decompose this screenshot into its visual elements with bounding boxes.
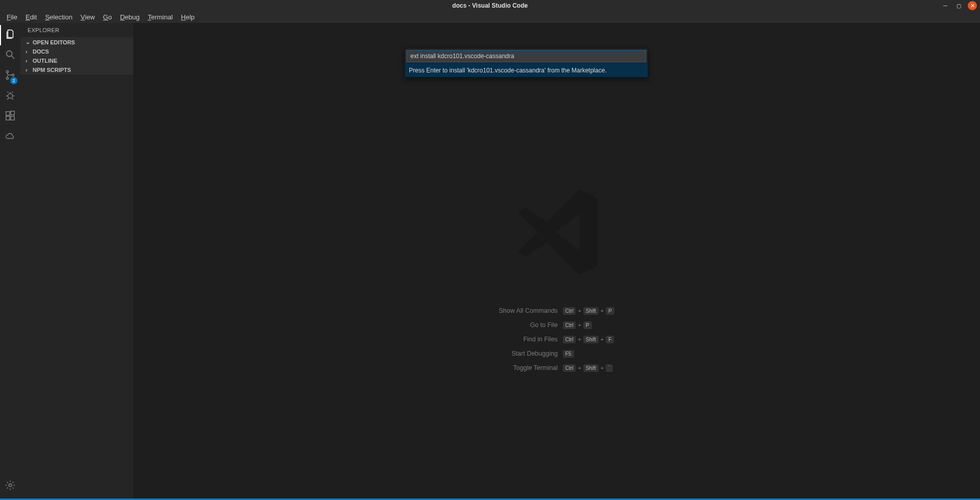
menu-help[interactable]: Help — [178, 12, 199, 22]
menu-terminal[interactable]: Terminal — [144, 12, 176, 22]
svg-point-0 — [7, 51, 12, 57]
chevron-down-icon: ⌄ — [26, 39, 31, 45]
svg-point-5 — [8, 93, 12, 98]
activity-bar: 2 — [0, 23, 20, 498]
chevron-right-icon: › — [26, 67, 31, 73]
welcome-row-gofile: Go to File Ctrl+P — [499, 318, 614, 332]
extensions-icon — [5, 110, 16, 123]
activity-extensions[interactable] — [0, 107, 20, 127]
menu-debug[interactable]: Debug — [116, 12, 143, 22]
svg-point-4 — [12, 74, 14, 76]
scm-badge: 2 — [10, 77, 17, 84]
activity-cloud[interactable] — [0, 127, 20, 147]
welcome-label: Find in Files — [499, 332, 562, 346]
welcome-row-debug: Start Debugging F5 — [499, 346, 614, 361]
minimize-window-button[interactable] — [941, 2, 949, 10]
welcome-keys: Ctrl+Shift+F — [563, 332, 615, 346]
menu-selection[interactable]: Selection — [41, 12, 76, 22]
window-title: docs - Visual Studio Code — [452, 2, 528, 9]
explorer-title: EXPLORER — [20, 23, 133, 37]
search-icon — [5, 49, 16, 62]
window-controls — [941, 1, 977, 10]
activity-scm[interactable]: 2 — [0, 66, 20, 86]
welcome-label: Go to File — [499, 318, 562, 332]
menu-file[interactable]: File — [3, 12, 21, 22]
welcome-keys: Ctrl+P — [563, 318, 615, 332]
activity-debug[interactable] — [0, 86, 20, 107]
welcome-row-commands: Show All Commands Ctrl+Shift+P — [499, 304, 614, 318]
activity-settings[interactable] — [0, 476, 20, 496]
welcome-label: Show All Commands — [499, 304, 562, 318]
workbench: 2 — [0, 23, 980, 498]
tree-outline-label: OUTLINE — [33, 58, 57, 64]
svg-point-2 — [6, 71, 8, 73]
gear-icon — [5, 480, 16, 493]
quick-input-field[interactable] — [406, 50, 646, 62]
tree-npm-scripts[interactable]: › NPM SCRIPTS — [20, 65, 133, 74]
menu-bar: File Edit Selection View Go Debug Termin… — [0, 11, 980, 23]
menu-edit[interactable]: Edit — [22, 12, 40, 22]
svg-point-3 — [6, 77, 8, 79]
activity-explorer[interactable] — [0, 25, 20, 45]
menu-go[interactable]: Go — [100, 12, 115, 22]
chevron-right-icon: › — [26, 48, 31, 55]
svg-rect-8 — [11, 116, 14, 120]
menu-view[interactable]: View — [77, 12, 99, 22]
welcome-label: Start Debugging — [499, 346, 562, 361]
close-window-button[interactable] — [968, 1, 977, 10]
welcome-keys: Ctrl+Shift+` — [563, 361, 615, 375]
tree-folder-label: DOCS — [33, 48, 49, 55]
tree-open-editors[interactable]: ⌄ OPEN EDITORS — [20, 37, 133, 47]
svg-line-1 — [12, 56, 15, 59]
sidebar: EXPLORER ⌄ OPEN EDITORS › DOCS › OUTLINE… — [20, 23, 133, 498]
files-icon — [5, 29, 16, 42]
tree-outline[interactable]: › OUTLINE — [20, 56, 133, 65]
title-bar: docs - Visual Studio Code — [0, 0, 980, 11]
cloud-icon — [5, 131, 16, 144]
quick-input-widget: Press Enter to install 'kdcro101.vscode-… — [404, 48, 648, 78]
svg-point-10 — [9, 484, 12, 487]
vscode-watermark-icon — [506, 181, 608, 283]
welcome-label: Toggle Terminal — [499, 361, 562, 375]
tree-npm-label: NPM SCRIPTS — [33, 67, 71, 73]
welcome-keys: F5 — [563, 346, 615, 361]
bug-icon — [5, 90, 16, 103]
svg-rect-6 — [6, 112, 10, 115]
welcome-keys: Ctrl+Shift+P — [563, 304, 615, 318]
editor-area: Press Enter to install 'kdcro101.vscode-… — [133, 23, 980, 498]
tree-folder[interactable]: › DOCS — [20, 47, 133, 56]
maximize-window-button[interactable] — [954, 2, 963, 10]
tree-open-editors-label: OPEN EDITORS — [33, 39, 75, 45]
svg-rect-7 — [6, 116, 10, 120]
svg-rect-9 — [11, 111, 14, 115]
activity-search[interactable] — [0, 45, 20, 66]
welcome-shortcuts: Show All Commands Ctrl+Shift+P Go to Fil… — [499, 304, 614, 375]
welcome-row-find: Find in Files Ctrl+Shift+F — [499, 332, 614, 346]
chevron-right-icon: › — [26, 58, 31, 64]
welcome-row-terminal: Toggle Terminal Ctrl+Shift+` — [499, 361, 614, 375]
quick-input-suggestion[interactable]: Press Enter to install 'kdcro101.vscode-… — [405, 64, 648, 77]
